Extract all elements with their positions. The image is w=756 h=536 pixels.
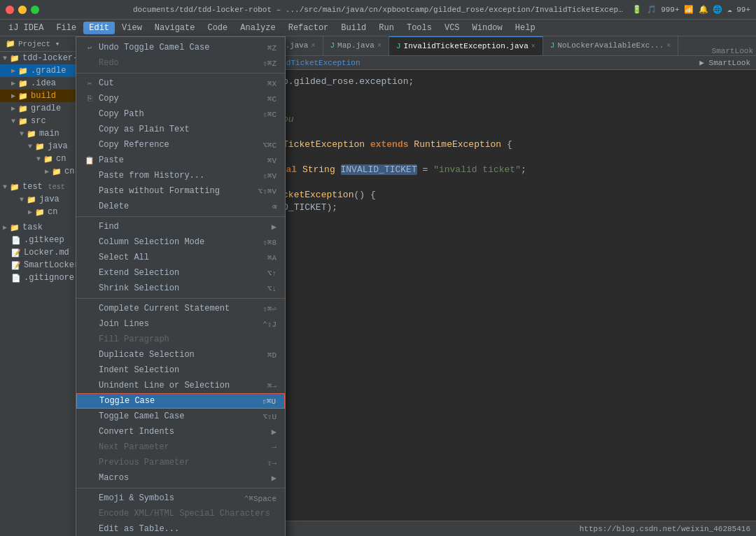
tree-label: java <box>48 141 68 151</box>
menu-edit[interactable]: Edit <box>83 22 115 34</box>
menu-paste-history[interactable]: Paste from History... ⇧⌘V <box>76 168 285 183</box>
close-button[interactable] <box>6 6 14 14</box>
menu-delete[interactable]: Delete ⌫ <box>76 199 285 214</box>
smartlook-label[interactable]: SmartLook <box>712 47 753 55</box>
menu-copy[interactable]: ⎘ Copy ⌘C <box>76 91 285 106</box>
menu-help[interactable]: Help <box>510 22 541 34</box>
shortcut-label: ⌘X <box>267 79 276 88</box>
sidebar-title: Project ▾ <box>18 39 59 48</box>
menu-view[interactable]: View <box>116 22 148 34</box>
window-title: documents/tdd/tdd-locker-robot – .../src… <box>133 6 623 14</box>
menu-emoji-symbols[interactable]: Emoji & Symbols ⌃⌘Space <box>76 491 285 506</box>
menu-file[interactable]: File <box>50 22 82 34</box>
folder-icon: 📁 <box>27 129 36 139</box>
menu-refactor[interactable]: Refactor <box>283 22 335 34</box>
shortcut-label: ⇧⌘⏎ <box>262 304 276 313</box>
menu-item-label: Indent Selection <box>99 365 179 375</box>
menu-complete-statement[interactable]: Complete Current Statement ⇧⌘⏎ <box>76 301 285 316</box>
menu-select-all[interactable]: Select All ⌘A <box>76 250 285 265</box>
menu-toggle-case[interactable]: Toggle Case ⇧⌘U <box>76 393 285 409</box>
maximize-button[interactable] <box>31 6 39 14</box>
shortcut-label: ⌘D <box>267 351 276 360</box>
menu-undo-toggle-camel-case[interactable]: ↩ Undo Toggle Camel Case ⌘Z <box>76 40 285 55</box>
tab-close-icon[interactable]: × <box>311 42 315 50</box>
menu-item-label: Copy <box>99 94 119 104</box>
menu-vcs[interactable]: VCS <box>439 22 465 34</box>
status-url: https://blog.csdn.net/weixin_46285416 <box>580 525 750 533</box>
menu-item-label: Column Selection Mode <box>99 237 204 247</box>
menu-join-lines[interactable]: Join Lines ⌃⇧J <box>76 316 285 332</box>
menu-code[interactable]: Code <box>202 22 233 34</box>
menu-copy-reference[interactable]: Copy Reference ⌥⌘C <box>76 137 285 153</box>
shortcut-label: ⌘A <box>267 253 276 262</box>
menu-item-label: Fill Paragraph <box>99 334 169 344</box>
tree-label: task <box>22 223 43 232</box>
menu-bar: iJ IDEA File Edit View Navigate Code Ana… <box>0 20 756 36</box>
menu-next-parameter: Next Parameter → <box>76 439 285 455</box>
tree-label: .gitignore <box>24 273 74 283</box>
expand-arrow: ▼ <box>3 55 7 62</box>
menu-item-label: Previous Parameter <box>99 458 190 467</box>
undo-icon: ↩ <box>85 43 94 52</box>
menu-navigate[interactable]: Navigate <box>149 22 201 34</box>
menu-item-label: Next Parameter <box>99 442 169 452</box>
tree-label: test <box>22 182 43 192</box>
menu-copy-path[interactable]: Copy Path ⇧⌘C <box>76 106 285 122</box>
menu-paste-no-format[interactable]: Paste without Formatting ⌥⇧⌘V <box>76 183 285 199</box>
menu-item-label: Shrink Selection <box>99 283 179 293</box>
folder-icon: 📁 <box>18 92 28 101</box>
shortcut-label: ⇧⌘V <box>262 171 276 181</box>
shortcut-label: ⌥⇧U <box>262 412 276 421</box>
menu-extend-selection[interactable]: Extend Selection ⌥↑ <box>76 265 285 281</box>
menu-paste[interactable]: 📋 Paste ⌘V <box>76 153 285 168</box>
menu-duplicate-selection[interactable]: Duplicate Selection ⌘D <box>76 347 285 362</box>
menu-shrink-selection[interactable]: Shrink Selection ⌥↓ <box>76 281 285 296</box>
menu-fill-paragraph: Fill Paragraph <box>76 332 285 347</box>
menu-copy-plain-text[interactable]: Copy as Plain Text <box>76 122 285 137</box>
shortcut-label: ⌘C <box>267 94 276 104</box>
menu-idea[interactable]: iJ IDEA <box>3 22 49 34</box>
shortcut-label: ⌘Z <box>267 43 276 52</box>
cut-icon: ✂ <box>85 79 94 88</box>
tab-close-icon[interactable]: × <box>531 43 536 50</box>
expand-arrow: ▶ <box>3 223 7 232</box>
shortcut-label: ⌥⇧⌘V <box>258 187 276 196</box>
menu-find[interactable]: Find ▶ <box>76 219 285 234</box>
tree-label: build <box>31 91 56 101</box>
expand-arrow: ▼ <box>28 143 32 150</box>
menu-build[interactable]: Build <box>335 22 372 34</box>
menu-cut[interactable]: ✂ Cut ⌘X <box>76 76 285 91</box>
menu-analyze[interactable]: Analyze <box>234 22 281 34</box>
menu-item-label: Encode XML/HTML Special Characters <box>99 509 270 519</box>
menu-window[interactable]: Window <box>467 22 508 34</box>
smartlook-right: ▶ SmartLook <box>699 58 750 67</box>
tab-close-icon[interactable]: × <box>377 42 382 50</box>
title-bar: documents/tdd/tdd-locker-robot – .../src… <box>0 0 756 20</box>
tab-no-locker[interactable]: J NoLockerAvailableExc... × <box>543 36 678 55</box>
menu-item-label: Redo <box>99 58 119 68</box>
tree-label: .idea <box>31 78 56 88</box>
folder-icon: 📁 <box>10 54 20 63</box>
tab-map[interactable]: J Map.java × <box>323 36 389 55</box>
menu-item-label: Edit as Table... <box>99 524 179 534</box>
menu-run[interactable]: Run <box>373 22 400 34</box>
menu-edit-as-table[interactable]: Edit as Table... <box>76 521 285 536</box>
menu-unindent-selection[interactable]: Unindent Line or Selection ⌘→ <box>76 378 285 393</box>
menu-toggle-camel-case[interactable]: Toggle Camel Case ⌥⇧U <box>76 409 285 424</box>
menu-item-label: Macros <box>99 473 129 483</box>
expand-arrow: ▶ <box>11 66 15 75</box>
expand-arrow: ▶ <box>11 92 15 100</box>
menu-indent-selection[interactable]: Indent Selection <box>76 362 285 378</box>
menu-item-label: Undo Toggle Camel Case <box>99 43 209 52</box>
menu-item-label: Unindent Line or Selection <box>99 381 230 390</box>
minimize-button[interactable] <box>18 6 27 14</box>
expand-arrow: ▶ <box>11 104 15 113</box>
menu-convert-indents[interactable]: Convert Indents ▶ <box>76 424 285 439</box>
menu-item-label: Join Lines <box>99 319 149 329</box>
menu-tools[interactable]: Tools <box>401 22 438 34</box>
tab-close-icon[interactable]: × <box>666 42 671 50</box>
menu-macros[interactable]: Macros ▶ <box>76 470 285 486</box>
menu-column-selection[interactable]: Column Selection Mode ⇧⌘8 <box>76 234 285 250</box>
paste-icon: 📋 <box>85 156 94 165</box>
tab-invalid-ticket[interactable]: J InvalidTicketException.java × <box>389 36 543 55</box>
